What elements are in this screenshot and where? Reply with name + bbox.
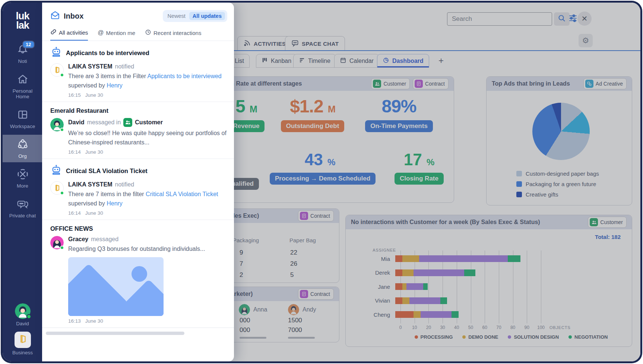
bar-segment <box>419 255 508 262</box>
add-view-button[interactable]: + <box>438 55 444 66</box>
search-input[interactable] <box>447 12 552 26</box>
sidebar-item-workspace[interactable]: Workspace <box>3 105 42 132</box>
bar-segment <box>395 283 402 290</box>
processing-demo-badge: Processing → Demo Scheduled <box>270 173 376 185</box>
actor-action: notified <box>115 63 134 70</box>
timestamp: 16:15June 30 <box>68 92 227 98</box>
bar-segment <box>464 269 475 276</box>
attached-image-placeholder[interactable] <box>68 257 164 316</box>
person-name: Andy <box>303 306 316 313</box>
notification-title: Critical SLA Violation Ticket <box>66 167 148 175</box>
horizontal-scrollbar[interactable] <box>46 332 184 335</box>
actor-name: LAIKA SYSTEM <box>68 63 113 70</box>
gridline <box>527 250 527 323</box>
customer-icon <box>373 80 381 88</box>
user-link[interactable]: Henry <box>107 200 123 207</box>
view-tab-calendar[interactable]: Calendar <box>334 54 379 68</box>
sidebar-item-more[interactable]: More <box>3 165 42 192</box>
view-tab-dashboard[interactable]: Dashboard <box>377 54 429 68</box>
bar-row-derek: Derek <box>346 269 475 276</box>
pie-legend-item: Creative gifts <box>516 191 558 198</box>
app-window: ✕ ⚙ ACTIVITIES SPACE CHAT List Kanban Ti… <box>0 0 643 364</box>
timestamp: 16:13June 30 <box>68 318 227 324</box>
sort-newest-option[interactable]: Newest <box>167 13 185 19</box>
online-status-dot <box>26 314 31 319</box>
customer-filter-chip[interactable]: Customer <box>371 78 410 89</box>
robot-icon <box>50 164 62 178</box>
interactions-panel: No interactions with Customer for a week… <box>345 215 632 347</box>
bar-category-label: Derek <box>346 269 395 276</box>
notification-group[interactable]: OFFICE NEWS Graceymessaged Regarding Q3 … <box>42 220 234 328</box>
axis-tick-label: 100 <box>537 325 545 330</box>
axis-tick-label: 90 <box>525 325 529 330</box>
contract-filter-chip[interactable]: Contract <box>413 78 449 89</box>
person-name: Anna <box>253 306 267 313</box>
table-cell: 1500 <box>288 317 302 324</box>
ad-creative-filter-chip[interactable]: Ad Creative <box>583 78 627 89</box>
bar-segment <box>414 269 464 276</box>
bar-row-vivian: Vivian <box>346 297 447 304</box>
filter-link[interactable]: Critical SLA Violation Ticket <box>146 191 218 197</box>
customer-filter-chip[interactable]: Customer <box>588 217 627 228</box>
feed-icon <box>244 39 251 48</box>
sliders-icon <box>568 13 578 25</box>
gear-icon: ⚙ <box>582 36 589 45</box>
settings-button[interactable]: ⚙ <box>579 34 593 47</box>
notification-title: Emerald Restaurant <box>50 107 108 114</box>
notification-group[interactable]: Applicants to be interviewed LAIKA SYSTE… <box>42 41 234 102</box>
contract-icon <box>300 290 308 298</box>
contract-filter-chip[interactable]: Contract <box>298 288 334 300</box>
home-icon <box>17 73 29 87</box>
outstanding-debt-metric: $1.2 M Outstanding Debt <box>262 96 363 132</box>
org-icon <box>17 138 29 152</box>
message-body: Regarding Q3 bonuses for outstanding ind… <box>68 244 227 253</box>
user-avatar[interactable] <box>15 303 31 319</box>
top-ads-panel: Top Ads that bring in Leads Ad Creative … <box>486 76 632 205</box>
chip-label: Customer <box>383 81 406 87</box>
table-cell: 26 <box>290 260 297 268</box>
sidebar-item-label: Private chat <box>9 213 36 218</box>
assignee-axis-label: ASSIGNEE <box>346 248 396 252</box>
tab-space-chat[interactable]: SPACE CHAT <box>285 36 345 51</box>
view-tab-kanban-label: Kanban <box>271 58 291 64</box>
sidebar-item-label: Workspace <box>10 124 35 129</box>
bar-segment <box>395 311 414 318</box>
legend-item: DEMO DONE <box>462 334 498 340</box>
business-workspace-button[interactable] <box>15 332 31 348</box>
actor-action: messaged in <box>87 119 121 126</box>
column-header: Packaging <box>233 237 259 243</box>
chip-label: Contract <box>425 81 445 87</box>
sidebar-item-noti[interactable]: 12 Noti <box>3 40 42 67</box>
close-button[interactable]: ✕ <box>577 12 592 26</box>
sidebar-item-personal-home[interactable]: Personal Home <box>3 70 42 103</box>
inbox-tab-label: Recent interactions <box>153 30 201 36</box>
notification-group[interactable]: Critical SLA Violation Ticket LAIKA SYST… <box>42 159 234 220</box>
notification-group[interactable]: Emerald Restaurant David messaged in Cus… <box>42 102 234 159</box>
view-tab-kanban[interactable]: Kanban <box>256 54 297 68</box>
view-tab-timeline[interactable]: Timeline <box>293 54 336 68</box>
inbox-tab-all-activities[interactable]: All activities <box>50 29 88 41</box>
sidebar-item-org[interactable]: Org <box>3 135 42 162</box>
axis-tick-label: 40 <box>454 325 459 330</box>
tab-activities[interactable]: ACTIVITIES <box>237 36 292 51</box>
sidebar-item-private-chat[interactable]: Private chat <box>3 194 42 222</box>
bar-segment <box>402 283 406 290</box>
space-name: Customer <box>135 119 163 126</box>
inbox-tab-recent-interactions[interactable]: Recent interactions <box>145 29 201 41</box>
sort-all-updates-option[interactable]: All updates <box>189 12 225 20</box>
inbox-tab-mention-me[interactable]: @ Mention me <box>98 29 135 41</box>
contract-filter-chip[interactable]: Contract <box>298 210 334 221</box>
image-mountain-shape <box>68 304 164 316</box>
pie-legend-item: Custom-designed paper bags <box>516 170 599 177</box>
bar-segment <box>402 255 419 262</box>
bar-segment <box>414 311 421 318</box>
user-link[interactable]: Henry <box>107 82 123 89</box>
contract-icon <box>300 212 308 220</box>
gridline <box>541 250 541 323</box>
timestamp: 16:14June 30 <box>68 149 227 155</box>
filter-link[interactable]: Applicants to be interviewed <box>148 73 222 79</box>
at-icon: @ <box>98 29 104 36</box>
window-frame: ✕ ⚙ ACTIVITIES SPACE CHAT List Kanban Ti… <box>1 1 642 363</box>
bar-segment <box>440 297 447 304</box>
legend-item: NEGOTIATION <box>568 334 608 340</box>
